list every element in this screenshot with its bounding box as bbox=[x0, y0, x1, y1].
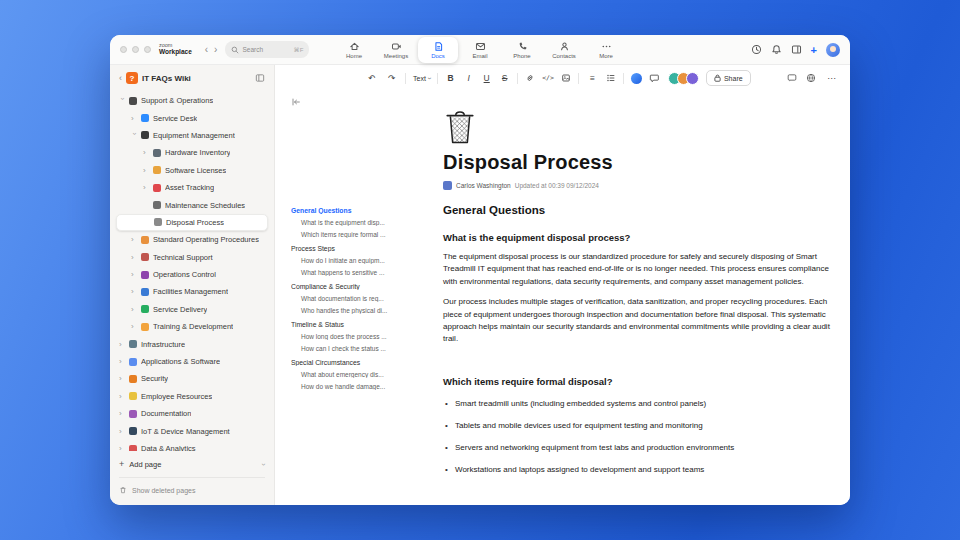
sidebar-item-hardware-inventory[interactable]: ›Hardware Inventory bbox=[116, 144, 268, 161]
outline-section[interactable]: Special Circumstances bbox=[291, 359, 401, 366]
link-icon[interactable] bbox=[525, 73, 535, 83]
sidebar-item-technical-support[interactable]: ›Technical Support bbox=[116, 249, 268, 266]
tab-home[interactable]: Home bbox=[334, 37, 374, 63]
chevron-icon[interactable]: › bbox=[131, 253, 137, 262]
sidebar-item-disposal-process[interactable]: ›Disposal Process bbox=[116, 214, 268, 231]
notifications-bell-icon[interactable] bbox=[771, 44, 782, 55]
chevron-icon[interactable]: › bbox=[131, 235, 137, 244]
outline-item[interactable]: How long does the process ... bbox=[291, 333, 401, 340]
panel-layout-icon[interactable] bbox=[791, 44, 802, 55]
globe-icon[interactable] bbox=[806, 73, 816, 83]
security-icon bbox=[129, 375, 137, 383]
chevron-icon[interactable]: › bbox=[130, 132, 139, 138]
sidebar-item-infrastructure[interactable]: ›Infrastructure bbox=[116, 335, 268, 352]
sidebar-item-support-operations[interactable]: ›Support & Operations bbox=[116, 92, 268, 109]
sidebar-item-asset-tracking[interactable]: ›Asset Tracking bbox=[116, 179, 268, 196]
redo-icon[interactable]: ↷ bbox=[385, 73, 398, 83]
sidebar-item-service-desk[interactable]: ›Service Desk bbox=[116, 109, 268, 126]
share-button[interactable]: Share bbox=[706, 70, 751, 86]
tab-more[interactable]: More bbox=[586, 37, 626, 63]
chevron-icon[interactable]: › bbox=[119, 392, 125, 401]
text-style-dropdown[interactable]: Text › bbox=[413, 75, 430, 82]
chevron-icon[interactable]: › bbox=[119, 357, 125, 366]
user-avatar[interactable] bbox=[826, 43, 840, 57]
chevron-icon[interactable]: › bbox=[119, 374, 125, 383]
tab-docs[interactable]: Docs bbox=[418, 37, 458, 63]
sidebar-item-applications-software[interactable]: ›Applications & Software bbox=[116, 353, 268, 370]
outline-item[interactable]: How can I check the status ... bbox=[291, 345, 401, 352]
close-window-button[interactable] bbox=[120, 46, 127, 53]
back-button[interactable]: ‹ bbox=[205, 44, 208, 55]
undo-icon[interactable]: ↶ bbox=[365, 73, 378, 83]
trash-emoji-icon[interactable] bbox=[443, 107, 836, 145]
outline-item[interactable]: What is the equipment disp... bbox=[291, 219, 401, 226]
outline-item[interactable]: What happens to sensitive ... bbox=[291, 269, 401, 276]
outline-item[interactable]: How do I initiate an equipm... bbox=[291, 257, 401, 264]
tab-email[interactable]: Email bbox=[460, 37, 500, 63]
minimize-window-button[interactable] bbox=[132, 46, 139, 53]
list-icon[interactable] bbox=[606, 73, 616, 83]
outline-section[interactable]: General Questions bbox=[291, 207, 401, 214]
chevron-icon[interactable]: › bbox=[119, 409, 125, 418]
chevron-icon[interactable]: › bbox=[119, 427, 125, 436]
chevron-icon[interactable]: › bbox=[143, 148, 149, 157]
chevron-down-icon[interactable]: › bbox=[259, 463, 268, 466]
outline-item[interactable]: Who handles the physical di... bbox=[291, 307, 401, 314]
show-deleted-pages-button[interactable]: Show deleted pages bbox=[119, 483, 265, 497]
chevron-icon[interactable]: › bbox=[119, 444, 125, 451]
chat-bubble-icon[interactable] bbox=[787, 73, 797, 83]
align-icon[interactable]: ≡ bbox=[586, 73, 599, 83]
comment-icon[interactable] bbox=[649, 73, 659, 83]
sidebar-item-facilities-management[interactable]: ›Facilities Management bbox=[116, 283, 268, 300]
sidebar-item-standard-operating-procedures[interactable]: ›Standard Operating Procedures bbox=[116, 231, 268, 248]
outline-section[interactable]: Timeline & Status bbox=[291, 321, 401, 328]
sidebar-item-documentation[interactable]: ›Documentation bbox=[116, 405, 268, 422]
collapse-sidebar-icon[interactable] bbox=[255, 73, 265, 83]
collapse-outline-icon[interactable] bbox=[291, 97, 401, 107]
outline-item[interactable]: What documentation is req... bbox=[291, 295, 401, 302]
search-input[interactable]: Search ⌘F bbox=[225, 41, 309, 58]
italic-button[interactable]: I bbox=[463, 73, 474, 83]
zoom-window-button[interactable] bbox=[144, 46, 151, 53]
outline-item[interactable]: Which items require formal ... bbox=[291, 231, 401, 238]
chevron-icon[interactable]: › bbox=[131, 305, 137, 314]
chevron-icon[interactable]: › bbox=[131, 287, 137, 296]
code-icon[interactable]: </> bbox=[542, 74, 554, 82]
outline-section[interactable]: Compliance & Security bbox=[291, 283, 401, 290]
add-page-button[interactable]: + Add page › bbox=[119, 456, 265, 472]
forward-button[interactable]: › bbox=[214, 44, 217, 55]
outline-item[interactable]: What about emergency dis... bbox=[291, 371, 401, 378]
tab-phone[interactable]: Phone bbox=[502, 37, 542, 63]
chevron-icon[interactable]: › bbox=[131, 270, 137, 279]
chevron-icon[interactable]: › bbox=[118, 98, 127, 104]
sidebar-item-equipment-management[interactable]: ›Equipment Management bbox=[116, 127, 268, 144]
collaborator-avatar[interactable] bbox=[686, 72, 699, 85]
outline-item[interactable]: How do we handle damage... bbox=[291, 383, 401, 390]
sidebar-item-employee-resources[interactable]: ›Employee Resources bbox=[116, 388, 268, 405]
sidebar-item-data-analytics[interactable]: ›Data & Analytics bbox=[116, 440, 268, 451]
sidebar-item-service-delivery[interactable]: ›Service Delivery bbox=[116, 301, 268, 318]
outline-section[interactable]: Process Steps bbox=[291, 245, 401, 252]
chevron-icon[interactable]: › bbox=[143, 166, 149, 175]
attachment-icon[interactable] bbox=[561, 73, 571, 83]
underline-button[interactable]: U bbox=[481, 73, 492, 83]
strikethrough-button[interactable]: S bbox=[499, 73, 510, 83]
sidebar-item-training-development[interactable]: ›Training & Development bbox=[116, 318, 268, 335]
history-icon[interactable] bbox=[751, 44, 762, 55]
sidebar-item-security[interactable]: ›Security bbox=[116, 370, 268, 387]
chevron-icon[interactable]: › bbox=[119, 340, 125, 349]
sidebar-item-operations-control[interactable]: ›Operations Control bbox=[116, 266, 268, 283]
sidebar-item-iot-device-management[interactable]: ›IoT & Device Management bbox=[116, 422, 268, 439]
chevron-icon[interactable]: › bbox=[131, 322, 137, 331]
chevron-icon[interactable]: › bbox=[143, 183, 149, 192]
sidebar-back-button[interactable]: ‹ bbox=[119, 73, 122, 83]
ai-companion-icon[interactable] bbox=[631, 73, 642, 84]
tab-meetings[interactable]: Meetings bbox=[376, 37, 416, 63]
bold-button[interactable]: B bbox=[445, 73, 456, 83]
sidebar-item-maintenance-schedules[interactable]: ›Maintenance Schedules bbox=[116, 196, 268, 213]
tab-contacts[interactable]: Contacts bbox=[544, 37, 584, 63]
new-item-plus-icon[interactable]: + bbox=[811, 44, 817, 56]
more-options-icon[interactable]: ⋯ bbox=[825, 73, 838, 83]
sidebar-item-software-licenses[interactable]: ›Software Licenses bbox=[116, 162, 268, 179]
chevron-icon[interactable]: › bbox=[131, 114, 137, 123]
